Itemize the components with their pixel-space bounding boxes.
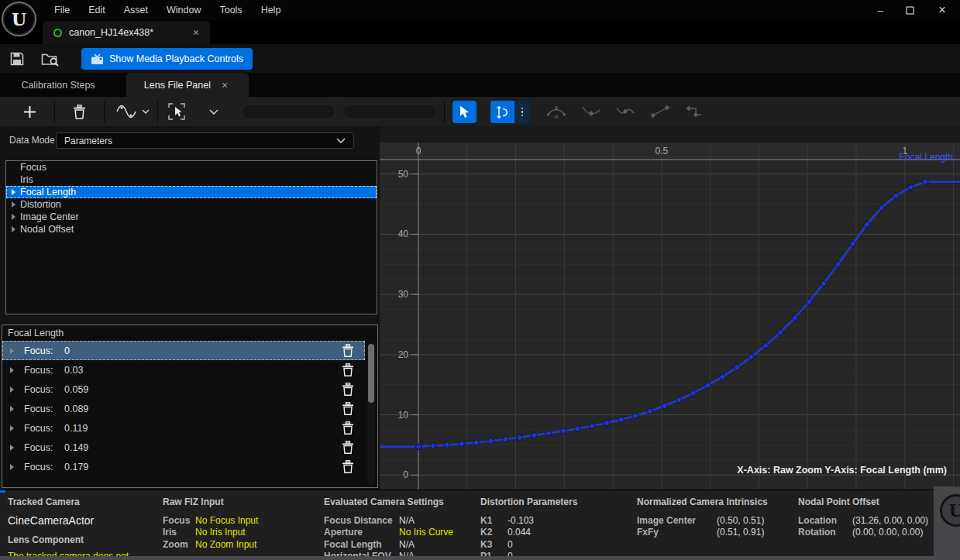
- tangent-auto-button[interactable]: A: [545, 97, 568, 126]
- status-bar: Tracked Camera CineCameraActor Lens Comp…: [0, 490, 960, 556]
- focus-point-row[interactable]: Focus:0.179: [2, 457, 365, 476]
- tangent-user-button[interactable]: [580, 97, 603, 126]
- chevron-down-icon[interactable]: [139, 97, 152, 126]
- tree-item-distortion[interactable]: Distortion: [6, 198, 377, 211]
- status-row: P10: [480, 551, 577, 557]
- expander-arrow-icon[interactable]: [10, 348, 14, 354]
- focus-point-row[interactable]: Focus:0.149: [2, 438, 365, 457]
- focus-point-row[interactable]: Focus:0.089: [2, 399, 365, 418]
- chevron-down-icon[interactable]: [203, 97, 225, 126]
- focus-point-row[interactable]: Focus:0.119: [2, 418, 365, 438]
- tangent-linear-button[interactable]: [649, 97, 672, 126]
- focal-length-curve[interactable]: 00.5101020304050: [380, 143, 960, 490]
- svg-text:20: 20: [398, 349, 409, 360]
- green-status-icon: [53, 29, 62, 37]
- value-input-2[interactable]: [342, 104, 436, 119]
- expander-arrow-icon[interactable]: [10, 425, 14, 431]
- show-media-playback-button[interactable]: Show Media Playback Controls: [81, 48, 253, 70]
- delete-row-button[interactable]: [342, 402, 354, 415]
- expander-arrow-icon[interactable]: [10, 464, 14, 470]
- asset-tab[interactable]: canon_HJ14ex438* ×: [43, 21, 210, 44]
- minimize-icon[interactable]: –: [875, 5, 886, 16]
- tangent-break-button[interactable]: [614, 97, 637, 126]
- expander-arrow-icon[interactable]: [10, 406, 14, 412]
- tree-item-iris[interactable]: Iris: [6, 173, 377, 186]
- distortion-parameters-column: Distortion ParametersK1-0.103K20.044K30P…: [480, 496, 577, 556]
- expander-arrow-icon[interactable]: [12, 201, 15, 208]
- plus-icon: [23, 105, 36, 119]
- key-interpolation-button[interactable]: [490, 101, 514, 123]
- delete-row-button[interactable]: [342, 421, 354, 435]
- focus-accent: [0, 490, 5, 493]
- expander-arrow-icon[interactable]: [12, 189, 15, 195]
- category-tree-panel: FocusIrisFocal LengthDistortionImage Cen…: [5, 160, 377, 314]
- status-row-value: No Iris Input: [195, 527, 246, 538]
- expander-arrow-icon[interactable]: [10, 367, 14, 373]
- focus-point-row[interactable]: Focus:0: [2, 341, 365, 360]
- more-options-button[interactable]: [514, 101, 530, 123]
- evaluated-settings-column: Evaluated Camera SettingsFocus DistanceN…: [324, 496, 453, 556]
- add-point-button[interactable]: [17, 97, 42, 126]
- tree-item-focal-length[interactable]: Focal Length: [6, 186, 377, 198]
- menu-item-asset[interactable]: Asset: [115, 0, 157, 20]
- status-row-value: 0: [508, 551, 513, 556]
- focus-point-row[interactable]: Focus:0.059: [2, 380, 365, 399]
- expander-arrow-icon[interactable]: [12, 226, 15, 232]
- curve-template-icon: [116, 105, 136, 119]
- delete-row-button[interactable]: [342, 460, 354, 473]
- lens-file-editor-window: FileEditAssetWindowToolsHelp – × U canon…: [0, 0, 960, 560]
- maximize-icon[interactable]: [906, 6, 917, 15]
- tab-lens-file-panel[interactable]: Lens File Panel ×: [126, 73, 249, 97]
- close-icon[interactable]: ×: [218, 78, 231, 92]
- delete-row-button[interactable]: [342, 363, 354, 376]
- tree-item-image-center[interactable]: Image Center: [6, 211, 377, 223]
- status-row: Image Center(0.50, 0.51): [637, 514, 768, 527]
- select-keys-button[interactable]: [163, 97, 190, 126]
- delete-row-button[interactable]: [342, 344, 354, 357]
- save-icon: [9, 51, 25, 67]
- delete-row-button[interactable]: [342, 441, 354, 454]
- tracked-camera-warning: The tracked camera does not: [8, 551, 129, 556]
- close-icon[interactable]: ×: [937, 3, 948, 17]
- status-row-value: (0.51, 0.91): [717, 527, 764, 538]
- data-mode-dropdown[interactable]: Parameters: [56, 132, 354, 149]
- menu-item-window[interactable]: Window: [157, 0, 210, 20]
- save-button[interactable]: [7, 50, 27, 68]
- expander-arrow-icon[interactable]: [12, 214, 15, 220]
- menu-item-tools[interactable]: Tools: [210, 0, 251, 20]
- tree-item-label: Image Center: [20, 211, 79, 222]
- tree-item-label: Distortion: [20, 199, 61, 210]
- side-panel-edge: U: [934, 486, 960, 560]
- tab-calibration-steps[interactable]: Calibration Steps: [0, 73, 116, 97]
- tree-item-label: Focus: [20, 162, 46, 173]
- select-mode-button[interactable]: [452, 101, 477, 123]
- close-icon[interactable]: ×: [190, 26, 202, 40]
- delete-point-button[interactable]: [67, 97, 91, 126]
- menu-item-help[interactable]: Help: [252, 0, 291, 20]
- curve-editor-chart[interactable]: 00.5101020304050 Focal Length X-Axis: Ra…: [380, 126, 960, 490]
- tree-item-focus[interactable]: Focus: [6, 161, 377, 173]
- focus-row-label: Focus:: [24, 462, 64, 472]
- focus-row-value: 0.179: [64, 462, 365, 472]
- lens-component-title: Lens Component: [8, 534, 129, 545]
- scrollbar[interactable]: [367, 342, 375, 485]
- value-input-1[interactable]: [242, 104, 335, 119]
- tree-item-label: Focal Length: [20, 187, 76, 198]
- menu-item-file[interactable]: File: [45, 0, 79, 20]
- tree-item-nodal-offset[interactable]: Nodal Offset: [6, 223, 377, 235]
- scrollbar-thumb[interactable]: [368, 344, 374, 403]
- menu-item-edit[interactable]: Edit: [79, 0, 115, 20]
- tangent-break-icon: [615, 104, 635, 119]
- delete-row-button[interactable]: [342, 383, 354, 396]
- unreal-badge-icon[interactable]: U: [940, 494, 960, 527]
- focus-point-row[interactable]: Focus:0.03: [2, 360, 365, 380]
- find-in-browser-button[interactable]: [40, 50, 60, 68]
- curve-template-button[interactable]: [113, 97, 139, 126]
- chart-axes-note: X-Axis: Raw Zoom Y-Axis: Focal Length (m…: [737, 465, 947, 476]
- tangent-auto-icon: A: [546, 104, 566, 119]
- select-keys-icon: [168, 103, 185, 120]
- tangent-constant-button[interactable]: [683, 97, 706, 126]
- expander-arrow-icon[interactable]: [10, 445, 14, 451]
- expander-arrow-icon[interactable]: [10, 387, 14, 393]
- trash-icon: [342, 421, 354, 435]
